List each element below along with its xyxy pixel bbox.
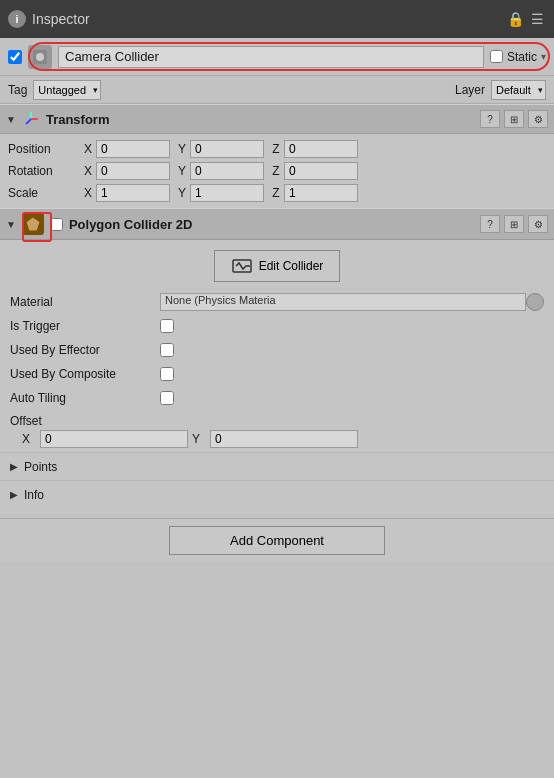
offset-y-input[interactable] — [210, 430, 358, 448]
offset-x-input[interactable] — [40, 430, 188, 448]
used-by-effector-value — [160, 343, 544, 357]
auto-tiling-row: Auto Tiling — [0, 386, 554, 410]
offset-label: Offset — [10, 414, 544, 428]
tag-select-wrapper: Untagged — [33, 80, 101, 100]
position-z-input[interactable] — [284, 140, 358, 158]
rotation-z-input[interactable] — [284, 162, 358, 180]
collider-active-checkbox[interactable] — [50, 218, 63, 231]
static-row: Static ▾ — [490, 50, 546, 64]
layer-select-wrapper: Default — [491, 80, 546, 100]
lock-icon[interactable]: 🔒 — [506, 10, 524, 28]
position-label: Position — [8, 142, 80, 156]
scale-z-axis: Z — [268, 186, 284, 200]
is-trigger-value — [160, 319, 544, 333]
scale-y-axis: Y — [174, 186, 190, 200]
edit-collider-button[interactable]: Edit Collider — [214, 250, 341, 282]
used-by-effector-checkbox[interactable] — [160, 343, 174, 357]
transform-chevron[interactable]: ▼ — [6, 114, 16, 125]
rotation-y-axis: Y — [174, 164, 190, 178]
gameobject-active-checkbox[interactable] — [8, 50, 22, 64]
static-dropdown-arrow[interactable]: ▾ — [541, 51, 546, 62]
transform-title: Transform — [46, 112, 474, 127]
scale-z-input[interactable] — [284, 184, 358, 202]
collider-chevron[interactable]: ▼ — [6, 219, 16, 230]
rotation-x-axis: X — [80, 164, 96, 178]
info-icon: i — [8, 10, 26, 28]
collider-section-header: ▼ Polygon Collider 2D ? ⊞ ⚙ — [0, 208, 554, 240]
rotation-x-input[interactable] — [96, 162, 170, 180]
layer-label: Layer — [455, 83, 485, 97]
tag-label: Tag — [8, 83, 27, 97]
auto-tiling-label: Auto Tiling — [10, 391, 160, 405]
inspector-title: Inspector — [32, 11, 500, 27]
material-row: Material None (Physics Materia — [0, 290, 554, 314]
collider-layout-btn[interactable]: ⊞ — [504, 215, 524, 233]
static-label: Static — [507, 50, 537, 64]
is-trigger-checkbox[interactable] — [160, 319, 174, 333]
layer-select[interactable]: Default — [491, 80, 546, 100]
material-value: None (Physics Materia — [160, 293, 526, 311]
info-row[interactable]: ▶ Info — [0, 480, 554, 508]
used-by-composite-value — [160, 367, 544, 381]
scale-row: Scale X Y Z — [0, 182, 554, 204]
collider-gear-btn[interactable]: ⚙ — [528, 215, 548, 233]
transform-gear-btn[interactable]: ⚙ — [528, 110, 548, 128]
transform-layout-btn[interactable]: ⊞ — [504, 110, 524, 128]
points-chevron: ▶ — [10, 461, 18, 472]
edit-collider-label: Edit Collider — [259, 259, 324, 273]
transform-help-btn[interactable]: ? — [480, 110, 500, 128]
position-row: Position X Y Z — [0, 138, 554, 160]
offset-y-axis: Y — [192, 432, 206, 446]
material-pick-icon[interactable] — [526, 293, 544, 311]
scale-x-input[interactable] — [96, 184, 170, 202]
menu-icon[interactable]: ☰ — [528, 10, 546, 28]
offset-inputs: X Y — [10, 430, 544, 448]
collider-icon — [22, 213, 44, 235]
add-component-button[interactable]: Add Component — [169, 526, 385, 555]
collider-help-btn[interactable]: ? — [480, 215, 500, 233]
collider-body: Edit Collider Material None (Physics Mat… — [0, 240, 554, 514]
info-label: Info — [24, 488, 44, 502]
scale-y-input[interactable] — [190, 184, 264, 202]
offset-x-axis: X — [22, 432, 36, 446]
position-z-axis: Z — [268, 142, 284, 156]
collider-title: Polygon Collider 2D — [69, 217, 474, 232]
position-y-axis: Y — [174, 142, 190, 156]
header-icons: 🔒 ☰ — [506, 10, 546, 28]
used-by-composite-checkbox[interactable] — [160, 367, 174, 381]
rotation-row: Rotation X Y Z — [0, 160, 554, 182]
points-row[interactable]: ▶ Points — [0, 452, 554, 480]
collider-section-btns: ? ⊞ ⚙ — [480, 215, 548, 233]
scale-x-axis: X — [80, 186, 96, 200]
scale-label: Scale — [8, 186, 80, 200]
gameobject-name-input[interactable] — [58, 46, 484, 68]
is-trigger-row: Is Trigger — [0, 314, 554, 338]
transform-body: Position X Y Z Rotation X Y Z Scale X Y … — [0, 134, 554, 208]
transform-section-btns: ? ⊞ ⚙ — [480, 110, 548, 128]
tag-select[interactable]: Untagged — [33, 80, 101, 100]
add-component-bar: Add Component — [0, 518, 554, 562]
material-label: Material — [10, 295, 160, 309]
position-x-axis: X — [80, 142, 96, 156]
points-label: Points — [24, 460, 57, 474]
position-x-input[interactable] — [96, 140, 170, 158]
used-by-effector-row: Used By Effector — [0, 338, 554, 362]
rotation-y-input[interactable] — [190, 162, 264, 180]
info-chevron: ▶ — [10, 489, 18, 500]
rotation-z-axis: Z — [268, 164, 284, 178]
position-y-input[interactable] — [190, 140, 264, 158]
static-checkbox[interactable] — [490, 50, 503, 63]
svg-line-4 — [26, 119, 31, 124]
auto-tiling-value — [160, 391, 544, 405]
gameobject-icon — [28, 45, 52, 69]
rotation-label: Rotation — [8, 164, 80, 178]
auto-tiling-checkbox[interactable] — [160, 391, 174, 405]
transform-section-header: ▼ Transform ? ⊞ ⚙ — [0, 104, 554, 134]
edit-collider-icon — [231, 255, 253, 277]
used-by-composite-label: Used By Composite — [10, 367, 160, 381]
used-by-effector-label: Used By Effector — [10, 343, 160, 357]
tag-layer-row: Tag Untagged Layer Default — [0, 76, 554, 104]
offset-section: Offset X Y — [0, 410, 554, 452]
gameobject-bar: Static ▾ — [0, 38, 554, 76]
edit-collider-row: Edit Collider — [0, 246, 554, 290]
